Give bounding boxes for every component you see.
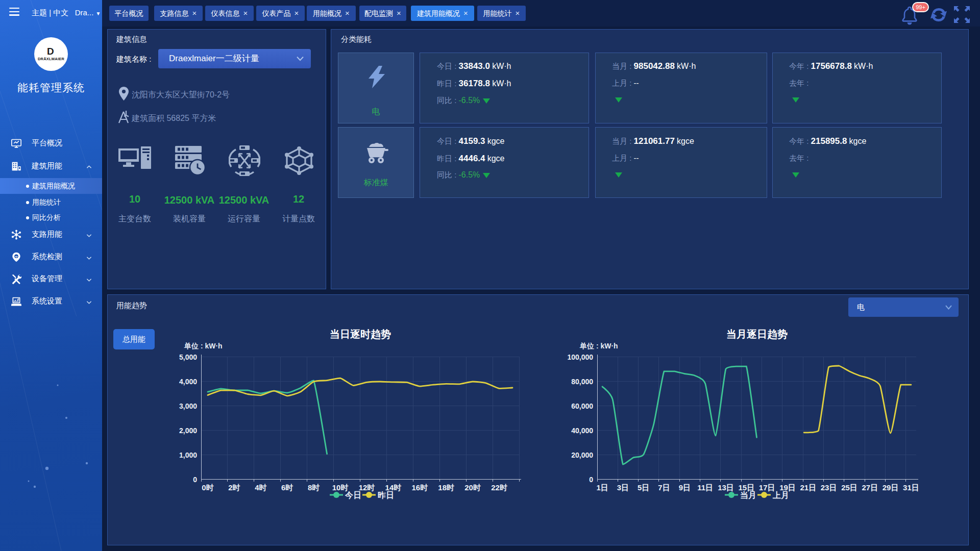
svg-text:21日: 21日 xyxy=(800,483,816,492)
svg-text:9日: 9日 xyxy=(679,483,691,492)
svg-text:3日: 3日 xyxy=(617,483,629,492)
svg-text:80,000: 80,000 xyxy=(571,378,593,386)
svg-text:4时: 4时 xyxy=(255,483,266,492)
svg-text:单位 : kW·h: 单位 : kW·h xyxy=(184,342,223,350)
svg-text:当月逐日趋势: 当月逐日趋势 xyxy=(726,329,788,340)
svg-text:单位 : kW·h: 单位 : kW·h xyxy=(579,342,618,350)
svg-text:31日: 31日 xyxy=(903,483,919,492)
svg-text:18时: 18时 xyxy=(438,483,454,492)
svg-text:上月: 上月 xyxy=(772,491,789,499)
svg-text:8时: 8时 xyxy=(308,483,320,492)
svg-text:今日: 今日 xyxy=(345,491,361,499)
svg-text:27日: 27日 xyxy=(862,483,878,492)
svg-text:1,000: 1,000 xyxy=(179,451,197,459)
svg-text:1日: 1日 xyxy=(596,483,608,492)
svg-text:20时: 20时 xyxy=(464,483,481,492)
svg-text:40,000: 40,000 xyxy=(571,427,593,435)
svg-text:16时: 16时 xyxy=(411,483,428,492)
svg-text:6时: 6时 xyxy=(281,483,293,492)
svg-text:60,000: 60,000 xyxy=(571,402,593,410)
svg-text:当日逐时趋势: 当日逐时趋势 xyxy=(330,329,391,340)
svg-text:20,000: 20,000 xyxy=(571,451,593,459)
svg-text:11日: 11日 xyxy=(697,483,713,492)
svg-text:2时: 2时 xyxy=(228,483,240,492)
svg-text:0: 0 xyxy=(193,475,197,484)
svg-text:当月: 当月 xyxy=(740,491,756,499)
svg-text:5日: 5日 xyxy=(638,483,649,492)
svg-text:29日: 29日 xyxy=(883,483,899,492)
svg-text:0时: 0时 xyxy=(202,483,213,492)
svg-text:13日: 13日 xyxy=(718,483,734,492)
svg-text:25日: 25日 xyxy=(841,483,857,492)
svg-text:2,000: 2,000 xyxy=(179,427,197,435)
svg-text:5,000: 5,000 xyxy=(179,353,197,361)
svg-text:0: 0 xyxy=(589,475,593,484)
svg-text:23日: 23日 xyxy=(821,483,837,492)
svg-text:昨日: 昨日 xyxy=(378,491,394,499)
svg-text:4,000: 4,000 xyxy=(179,378,197,386)
svg-text:100,000: 100,000 xyxy=(567,353,593,361)
svg-text:3,000: 3,000 xyxy=(179,402,197,410)
svg-text:7日: 7日 xyxy=(658,483,670,492)
svg-text:22时: 22时 xyxy=(491,483,507,492)
